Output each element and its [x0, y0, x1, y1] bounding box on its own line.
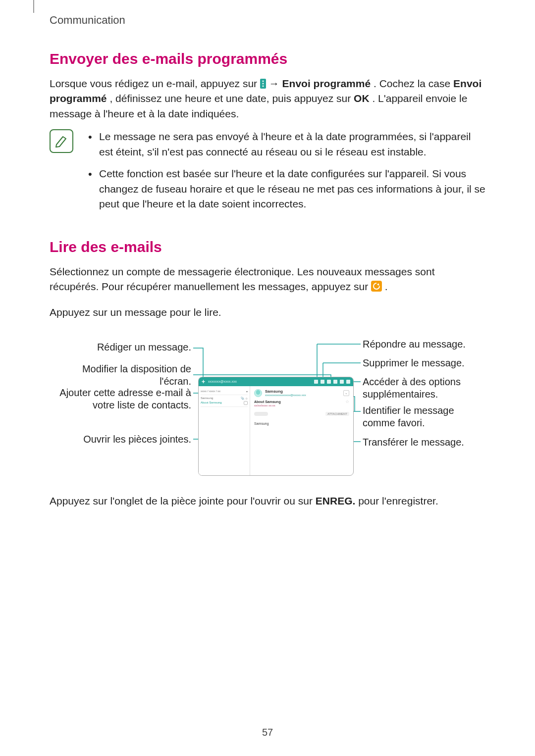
attachment-icon: 📎 ☆	[241, 397, 248, 400]
overflow-menu-icon	[260, 79, 266, 89]
text: pour l'enregistrer.	[358, 495, 438, 506]
message-subject: About Samsung	[254, 400, 349, 403]
layout-icon[interactable]	[340, 380, 344, 384]
page-crop-mark	[33, 0, 34, 13]
text: . Cochez la case	[374, 78, 453, 89]
section-header: Communication	[50, 14, 485, 27]
chevron-down-icon[interactable]: ▾	[246, 390, 248, 393]
text: →	[269, 78, 282, 89]
list-date: xxxx / xxxx / xx	[201, 390, 220, 393]
device-frame: + xxxxxxx@xxxx.xxx xxxx / xxxx / xx▾	[198, 377, 354, 476]
account-label: xxxxxxx@xxxx.xxx	[208, 380, 311, 383]
callout-favorite: Identifier le message comme favori.	[363, 404, 486, 429]
forward-icon[interactable]	[327, 380, 331, 384]
text: , définissez une heure et une date, puis…	[109, 93, 354, 104]
para-attachment: Appuyez sur l'onglet de la pièce jointe …	[50, 494, 485, 508]
device-toolbar: + xxxxxxx@xxxx.xxx	[199, 377, 353, 386]
note-icon	[50, 129, 73, 153]
checkbox-icon[interactable]	[244, 401, 248, 405]
text: .	[385, 281, 388, 292]
text-bold: ENREG.	[316, 495, 356, 506]
delete-icon[interactable]	[333, 380, 337, 384]
toolbar-actions	[314, 380, 350, 384]
heading-scheduled-emails: Envoyer des e-mails programmés	[50, 50, 485, 67]
attachment-tag[interactable]: ATTACHMENT	[325, 412, 349, 416]
refresh-icon	[371, 281, 382, 292]
callout-compose: Rédiger un message.	[53, 341, 191, 353]
reply-icon[interactable]	[314, 380, 318, 384]
heading-read-emails: Lire des e-mails	[50, 239, 485, 255]
message-list: xxxx / xxxx / xx▾ Samsung📎 ☆ About Samsu…	[199, 386, 250, 475]
list-from: Samsung	[201, 397, 213, 400]
para-tap-to-read: Appuyez sur un message pour le lire.	[50, 305, 485, 320]
svg-rect-4	[371, 281, 382, 292]
message-body: Samsung	[254, 422, 349, 425]
text-bold: Envoi programmé	[282, 78, 371, 89]
note-item: Le message ne sera pas envoyé à l'heure …	[85, 129, 485, 159]
callout-forward: Transférer le message.	[363, 436, 486, 449]
list-date-row: xxxx / xxxx / xx▾	[201, 388, 248, 395]
svg-point-2	[263, 83, 264, 85]
message-pane: Samsung xxxxxxxxxxxxxxxxx@xxxxx.xxx ⌄ ☆ …	[250, 386, 353, 475]
message-address: xxxxxxxxxxxxxxxxx@xxxxx.xxx	[265, 394, 306, 397]
email-reader-diagram: Rédiger un message. Modifier la disposit…	[50, 330, 485, 479]
para-read-intro: Sélectionnez un compte de messagerie éle…	[50, 264, 485, 295]
list-item[interactable]: Samsung📎 ☆ About Samsung	[201, 395, 248, 407]
note-list: Le message ne sera pas envoyé à l'heure …	[85, 129, 485, 218]
avatar[interactable]	[254, 389, 262, 397]
star-icon[interactable]: ☆	[345, 399, 349, 404]
svg-point-1	[263, 81, 264, 82]
note-item: Cette fonction est basée sur l'heure et …	[85, 166, 485, 211]
callout-more-options: Accéder à des options supplémentaires.	[363, 376, 486, 401]
callout-delete: Supprimer le message.	[363, 357, 486, 369]
overflow-menu-icon[interactable]	[346, 380, 350, 384]
callout-layout: Modifier la disposition de l'écran.	[53, 363, 191, 388]
callout-open-attachments: Ouvrir les pièces jointes.	[53, 433, 191, 446]
reply-all-icon[interactable]	[321, 380, 324, 384]
list-subject: About Samsung	[201, 401, 222, 405]
message-date: xx/xx/xxxx xx:xx	[254, 404, 349, 407]
page-number: 57	[0, 727, 535, 738]
svg-point-3	[263, 86, 264, 87]
callout-add-contact: Ajouter cette adresse e-mail à votre lis…	[53, 387, 191, 411]
message-from: Samsung	[265, 389, 306, 394]
note-block: Le message ne sera pas envoyé à l'heure …	[50, 129, 485, 218]
text-bold: OK	[354, 93, 370, 104]
callout-reply: Répondre au message.	[363, 338, 486, 351]
expand-icon[interactable]: ⌄	[343, 390, 349, 396]
text: Lorsque vous rédigez un e-mail, appuyez …	[50, 78, 260, 89]
text: Appuyez sur l'onglet de la pièce jointe …	[50, 495, 316, 506]
para-scheduled-intro: Lorsque vous rédigez un e-mail, appuyez …	[50, 76, 485, 121]
compose-icon[interactable]: +	[202, 379, 205, 385]
attachment-pill[interactable]	[254, 412, 268, 416]
